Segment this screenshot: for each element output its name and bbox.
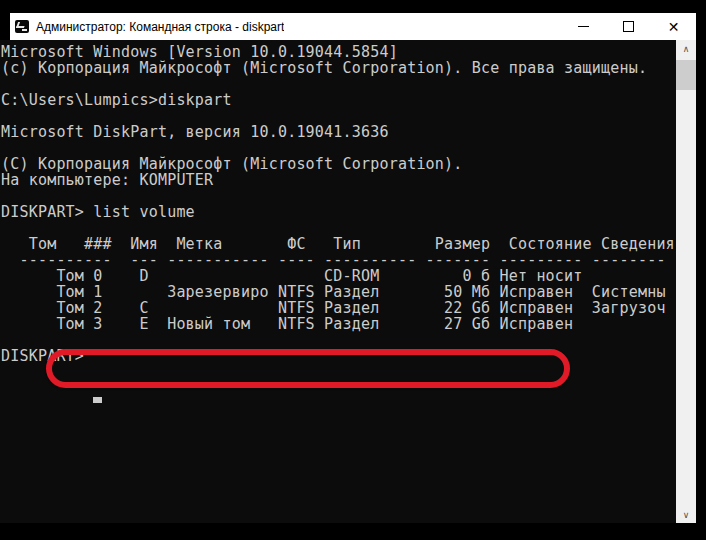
- chevron-up-icon: ∧: [683, 44, 690, 54]
- window-title: Администратор: Командная строка - diskpa…: [36, 20, 284, 34]
- highlight-annotation: [46, 349, 570, 388]
- scrollbar-thumb[interactable]: [676, 60, 696, 90]
- maximize-button[interactable]: [606, 13, 651, 40]
- text-cursor: [93, 397, 102, 403]
- scrollbar-down-button[interactable]: ∨: [676, 506, 696, 523]
- scrollbar[interactable]: ∧ ∨: [676, 40, 696, 523]
- console-area[interactable]: Microsoft Windows [Version 10.0.19044.58…: [0, 40, 676, 523]
- close-button[interactable]: ✕: [651, 13, 696, 40]
- chevron-down-icon: ∨: [683, 510, 690, 520]
- window-controls: ✕: [561, 13, 696, 40]
- window-titlebar[interactable]: Администратор: Командная строка - diskpa…: [10, 13, 696, 40]
- cmd-icon-cursor-mark: [22, 29, 27, 31]
- scrollbar-up-button[interactable]: ∧: [676, 40, 696, 57]
- minimize-button[interactable]: [561, 13, 606, 40]
- console-output: Microsoft Windows [Version 10.0.19044.58…: [0, 40, 676, 364]
- maximize-icon: [623, 21, 634, 32]
- minimize-icon: [578, 26, 589, 27]
- command-prompt-window: Администратор: Командная строка - diskpa…: [0, 0, 706, 540]
- close-icon: ✕: [668, 20, 680, 34]
- cmd-icon-prompt-mark: [16, 22, 26, 28]
- cmd-icon: [15, 20, 29, 33]
